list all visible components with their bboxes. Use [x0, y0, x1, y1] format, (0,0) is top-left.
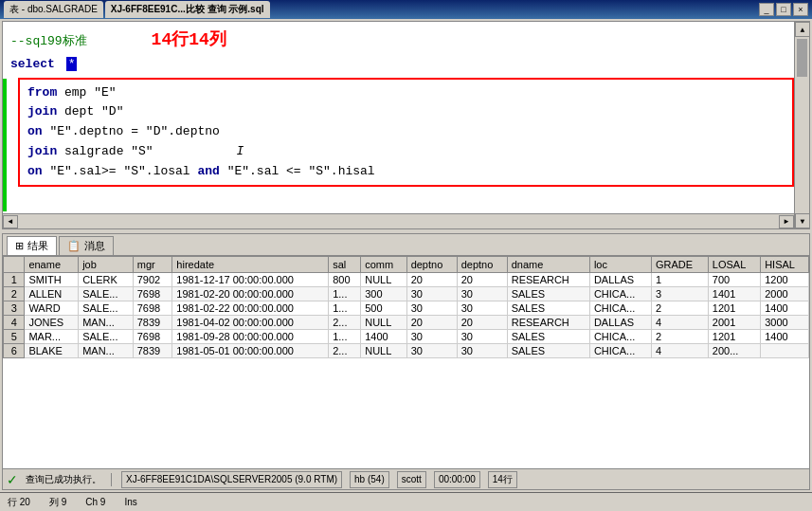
results-tab-label: 结果	[27, 239, 48, 253]
table-cell: SALE...	[79, 287, 134, 301]
table-cell: 1981-05-01 00:00:00.000	[172, 344, 329, 358]
table-cell: CHICA...	[589, 287, 651, 301]
table-cell: 1	[4, 273, 25, 287]
scroll-down-button[interactable]: ▼	[795, 213, 810, 228]
table-cell: ALLEN	[25, 287, 79, 301]
table-row[interactable]: 5MAR...SALE...76981981-09-28 00:00:00.00…	[4, 330, 809, 344]
table-cell: CHICA...	[589, 330, 651, 344]
table-cell: 1981-02-22 00:00:00.000	[172, 301, 329, 316]
results-tab-icon: ⊞	[15, 240, 24, 252]
col-header-ename: ename	[25, 257, 79, 273]
table-cell: 1401	[708, 287, 760, 301]
table-row[interactable]: 3WARDSALE...76981981-02-22 00:00:00.0001…	[4, 301, 809, 316]
row-col-highlight: 14行14列	[152, 27, 226, 53]
col-header-sal: sal	[329, 257, 361, 273]
table-cell: NULL	[361, 273, 406, 287]
table-cell: 1981-12-17 00:00:00.000	[172, 273, 329, 287]
hscroll-right-button[interactable]: ►	[779, 215, 794, 228]
table-cell: SALES	[507, 287, 589, 301]
tab-sql[interactable]: XJ-6FF8EE91C...比较 查询 示例.sql	[105, 1, 270, 18]
table-cell: 1400	[361, 330, 406, 344]
minimize-button[interactable]: _	[759, 3, 774, 16]
col-header-hisal: HISAL	[761, 257, 809, 273]
table-cell: SALES	[507, 301, 589, 316]
sql-line-3: on "E".deptno = "D".deptno	[27, 122, 785, 142]
main-container: --sql99标准 14行14列 select * from emp "E" j…	[0, 19, 812, 511]
table-cell: DALLAS	[589, 273, 651, 287]
table-cell: NULL	[361, 316, 406, 330]
sql-editor[interactable]: --sql99标准 14行14列 select * from emp "E" j…	[2, 21, 810, 229]
table-cell: 30	[457, 301, 507, 316]
table-cell: 30	[406, 344, 457, 358]
col-header-deptno2: deptno	[457, 257, 507, 273]
table-cell: 2	[652, 330, 709, 344]
table-cell: RESEARCH	[507, 273, 589, 287]
server-info: XJ-6FF8EE91C1DA\SQLSERVER2005 (9.0 RTM)	[121, 471, 342, 488]
status-message: 查询已成功执行。	[26, 473, 101, 486]
table-cell: 1	[652, 273, 709, 287]
table-cell: SALES	[507, 330, 589, 344]
table-cell: 4	[652, 316, 709, 330]
table-cell: JONES	[25, 316, 79, 330]
table-cell: 700	[708, 273, 760, 287]
table-row[interactable]: 4JONESMAN...78391981-04-02 00:00:00.0002…	[4, 316, 809, 330]
results-table: ename job mgr hiredate sal comm deptno d…	[3, 256, 809, 358]
table-cell: 1...	[329, 301, 361, 316]
scroll-up-button[interactable]: ▲	[795, 22, 810, 37]
star-selected: *	[66, 57, 78, 71]
table-cell: 7698	[133, 330, 172, 344]
results-tabs: ⊞ 结果 📋 消息	[3, 234, 809, 256]
table-cell: SMITH	[25, 273, 79, 287]
editor-vscrollbar[interactable]: ▲ ▼	[794, 22, 809, 228]
editor-hscrollbar[interactable]: ◄ ►	[3, 213, 794, 228]
table-row[interactable]: 1SMITHCLERK79021981-12-17 00:00:00.00080…	[4, 273, 809, 287]
user-info: scott	[397, 471, 426, 488]
messages-tab-icon: 📋	[67, 240, 81, 252]
title-bar: 表 - dbo.SALGRADE XJ-6FF8EE91C...比较 查询 示例…	[0, 0, 812, 19]
table-cell: 20	[406, 273, 457, 287]
table-cell: 3	[4, 301, 25, 316]
tab-salgrade[interactable]: 表 - dbo.SALGRADE	[4, 1, 103, 18]
scroll-thumb[interactable]	[797, 39, 807, 77]
status-sep-1	[111, 473, 112, 486]
bottom-position-bar: 行 20 列 9 Ch 9 Ins	[0, 492, 812, 511]
table-cell: BLAKE	[25, 344, 79, 358]
sql-line-1: from emp "E"	[27, 83, 785, 103]
results-area: ⊞ 结果 📋 消息 ename job mgr hiredate sal	[2, 233, 810, 490]
table-row[interactable]: 6BLAKEMAN...78391981-05-01 00:00:00.0002…	[4, 344, 809, 358]
window-controls: _ □ ×	[759, 3, 808, 16]
table-cell: 1400	[761, 301, 809, 316]
table-cell: CHICA...	[589, 301, 651, 316]
table-cell: MAR...	[25, 330, 79, 344]
table-cell: 2...	[329, 316, 361, 330]
table-cell: 1201	[708, 301, 760, 316]
position-ch: Ch 9	[85, 497, 105, 507]
results-table-container[interactable]: ename job mgr hiredate sal comm deptno d…	[3, 256, 809, 468]
table-cell: RESEARCH	[507, 316, 589, 330]
col-header-dname: dname	[507, 257, 589, 273]
col-header-comm: comm	[361, 257, 406, 273]
table-cell: 7698	[133, 301, 172, 316]
tab-messages[interactable]: 📋 消息	[59, 236, 114, 255]
col-header-job: job	[79, 257, 134, 273]
comment-text: --sql99标准	[10, 32, 87, 51]
sql-line-5: on "E".sal>= "S".losal and "E".sal <= "S…	[27, 162, 785, 182]
hscroll-left-button[interactable]: ◄	[3, 215, 18, 228]
tab-results[interactable]: ⊞ 结果	[7, 236, 57, 255]
table-cell: 300	[361, 287, 406, 301]
table-header-row: ename job mgr hiredate sal comm deptno d…	[4, 257, 809, 273]
table-cell: MAN...	[79, 344, 134, 358]
col-header-hiredate: hiredate	[172, 257, 329, 273]
table-row[interactable]: 2ALLENSALE...76981981-02-20 00:00:00.000…	[4, 287, 809, 301]
table-cell: 3000	[761, 316, 809, 330]
sql-line-4: join salgrade "S" I	[27, 142, 785, 162]
close-button[interactable]: ×	[793, 3, 808, 16]
table-cell: 2...	[329, 344, 361, 358]
maximize-button[interactable]: □	[776, 3, 791, 16]
table-cell: 1981-04-02 00:00:00.000	[172, 316, 329, 330]
table-cell: 20	[457, 316, 507, 330]
table-cell: 800	[329, 273, 361, 287]
table-cell: SALE...	[79, 330, 134, 344]
table-cell: 1...	[329, 287, 361, 301]
select-line: select *	[10, 55, 802, 74]
